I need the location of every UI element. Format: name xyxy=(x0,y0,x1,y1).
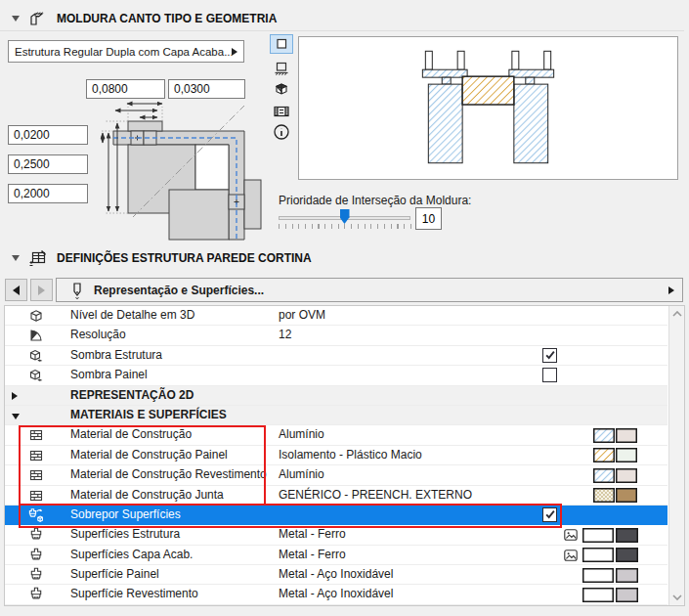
property-table: Nível de Detalhe em 3Dpor OVMResolução12… xyxy=(4,305,685,606)
corner-offset-field[interactable] xyxy=(8,125,88,145)
fill-pattern-swatch[interactable] xyxy=(593,488,615,503)
texture-icon[interactable] xyxy=(563,527,579,543)
priority-slider-thumb[interactable] xyxy=(340,209,350,224)
color-swatch[interactable] xyxy=(616,428,637,443)
cube-outline-icon xyxy=(28,308,44,324)
table-row[interactable]: Material de Construção RevestimentoAlumí… xyxy=(5,465,667,485)
scroll-up-icon[interactable] xyxy=(672,311,682,317)
row-value[interactable]: Alumínio xyxy=(279,425,324,444)
color-swatch[interactable] xyxy=(582,588,614,602)
color-swatch[interactable] xyxy=(616,468,637,483)
row-value[interactable]: Metal - Aço Inoxidável xyxy=(279,585,393,603)
row-value[interactable]: Alumínio xyxy=(279,465,324,484)
fill-pattern-swatch[interactable] xyxy=(593,468,615,483)
texture-icon[interactable] xyxy=(563,548,579,563)
color-swatch[interactable] xyxy=(582,548,614,562)
color-swatch[interactable] xyxy=(582,528,614,543)
previous-page-button[interactable] xyxy=(5,279,27,301)
corner-height-field[interactable] xyxy=(8,154,88,174)
info-icon[interactable] xyxy=(270,122,293,142)
row-checkbox[interactable] xyxy=(542,368,557,382)
cube-shadow-icon xyxy=(28,348,44,364)
group-row[interactable]: REPRESENTAÇÃO 2D xyxy=(5,386,667,406)
table-row[interactable]: Sombra Painel xyxy=(5,366,667,385)
row-label: Material de Construção Revestimento xyxy=(70,465,267,484)
row-checkbox[interactable] xyxy=(542,348,557,363)
table-row[interactable]: Resolução12 xyxy=(5,326,667,345)
table-row[interactable]: Superfície PainelMetal - Aço Inoxidável xyxy=(5,565,667,585)
panel-moldura-header[interactable]: MOLDURA CANTO TIPO E GEOMETRIA xyxy=(0,6,684,31)
pen-icon xyxy=(70,282,84,299)
table-row[interactable]: Material de Construção JuntaGENÉRICO - P… xyxy=(5,486,667,506)
expand-group-icon[interactable] xyxy=(12,392,18,400)
table-row[interactable]: Material de Construção PainelIsolamento … xyxy=(5,446,667,465)
row-value[interactable]: 12 xyxy=(279,326,291,344)
table-row[interactable]: Superfície RevestimentoMetal - Aço Inoxi… xyxy=(5,585,667,604)
building-material-icon xyxy=(28,427,44,443)
group-label: MATERIAIS E SUPERFÍCIES xyxy=(70,406,227,424)
paintbrush-icon xyxy=(28,567,44,583)
row-label: Sombra Estrutura xyxy=(70,346,162,365)
color-swatch[interactable] xyxy=(616,528,638,543)
resolution-cone-icon xyxy=(28,328,44,343)
row-value[interactable]: por OVM xyxy=(279,306,325,325)
section-view-icon[interactable] xyxy=(270,59,293,78)
corner-depth-field[interactable] xyxy=(8,184,88,203)
row-value[interactable]: Metal - Ferro xyxy=(279,546,346,564)
collapse-group-icon[interactable] xyxy=(12,414,20,419)
row-value[interactable]: Metal - Ferro xyxy=(279,525,346,544)
chevron-right-icon xyxy=(668,286,674,294)
building-material-icon xyxy=(28,467,44,483)
arrow-left-icon xyxy=(13,286,20,295)
priority-label: Prioridade de Interseção da Moldura: xyxy=(279,194,471,207)
row-value[interactable]: GENÉRICO - PREENCH. EXTERNO xyxy=(279,486,472,505)
corner-frame-icon xyxy=(28,10,48,27)
fill-pattern-swatch[interactable] xyxy=(593,428,615,443)
color-swatch[interactable] xyxy=(616,448,637,462)
row-label: Superfícies Capa Acab. xyxy=(70,546,193,564)
chevron-right-icon xyxy=(232,48,237,56)
collapse-panel-icon[interactable] xyxy=(12,16,20,22)
3d-view-icon[interactable] xyxy=(270,79,293,99)
row-label: Superfícies Estrutura xyxy=(70,525,180,544)
fill-pattern-swatch[interactable] xyxy=(593,448,615,462)
page-selector-bar[interactable]: Representação e Superfícies... xyxy=(56,278,683,302)
row-label: Material de Construção Painel xyxy=(70,446,228,464)
scroll-down-icon[interactable] xyxy=(672,594,682,600)
vertical-scrollbar[interactable] xyxy=(668,306,684,605)
row-value[interactable]: Metal - Aço Inoxidável xyxy=(279,565,393,584)
panel-title: DEFINIÇÕES ESTRUTURA PAREDE CORTINA xyxy=(57,251,312,265)
frame-thickness-field[interactable] xyxy=(168,79,245,99)
color-swatch[interactable] xyxy=(582,568,614,583)
row-value[interactable]: Isolamento - Plástico Macio xyxy=(279,446,422,464)
color-swatch[interactable] xyxy=(616,568,638,583)
next-page-button[interactable] xyxy=(30,279,53,301)
frame-width-field[interactable] xyxy=(86,79,165,99)
row-label: Sombra Painel xyxy=(70,366,148,384)
group-row[interactable]: MATERIAIS E SUPERFÍCIES xyxy=(5,406,667,425)
corner-geometry-diagram xyxy=(96,102,277,246)
table-row[interactable]: Nível de Detalhe em 3Dpor OVM xyxy=(5,306,667,326)
floor-plan-view-button[interactable] xyxy=(270,34,293,54)
paintbrush-icon xyxy=(28,587,44,602)
table-row[interactable]: Sombra Estrutura xyxy=(5,346,667,366)
preview-pane[interactable] xyxy=(298,36,678,180)
color-swatch[interactable] xyxy=(616,488,637,503)
table-row[interactable]: Material de ConstruçãoAlumínio xyxy=(5,425,667,445)
frame-type-dropdown[interactable]: Estrutura Regular Dupla com Capa Acaba..… xyxy=(8,40,244,63)
table-row[interactable]: Superfícies EstruturaMetal - Ferro xyxy=(5,525,667,545)
priority-value-field[interactable] xyxy=(415,207,442,230)
color-swatch[interactable] xyxy=(616,588,638,602)
collapse-panel-icon[interactable] xyxy=(12,255,20,261)
cube-shadow-icon xyxy=(28,368,44,383)
row-label: Superfície Painel xyxy=(70,565,159,584)
row-label: Sobrepor Superfícies xyxy=(70,506,181,524)
row-checkbox[interactable] xyxy=(542,507,557,522)
table-row[interactable]: Superfícies Capa Acab.Metal - Ferro xyxy=(5,546,667,565)
paintbrush-icon xyxy=(28,527,44,543)
fly-through-icon[interactable] xyxy=(270,102,293,121)
color-swatch[interactable] xyxy=(616,548,638,562)
table-row[interactable]: Sobrepor Superfícies xyxy=(5,506,667,525)
panel-definicoes-header[interactable]: DEFINIÇÕES ESTRUTURA PAREDE CORTINA xyxy=(0,245,684,271)
paintbrush-icon xyxy=(28,548,44,563)
